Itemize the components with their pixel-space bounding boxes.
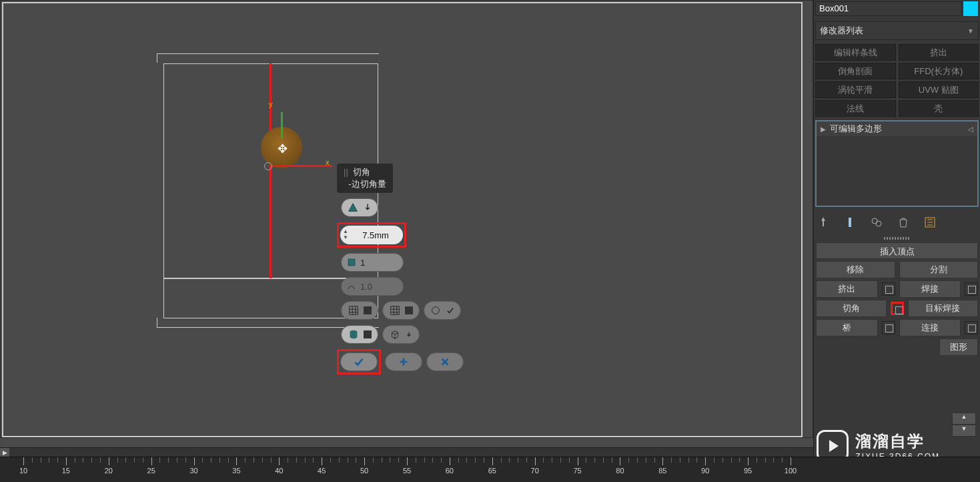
ruler-tick-label: 20 [105, 467, 113, 475]
chamfer-segments-spinner[interactable]: 1 [341, 253, 404, 272]
bridge-settings-button[interactable] [882, 321, 895, 334]
expand-icon[interactable]: ▶ [821, 126, 826, 133]
apply-button[interactable] [385, 352, 422, 371]
down-icon [405, 328, 413, 340]
chamfer-amount-spinner[interactable]: ▲▼ [340, 226, 403, 244]
option-smooth-button[interactable] [424, 301, 461, 320]
mod-btn-shell[interactable]: 壳 [899, 100, 979, 117]
panel-drag-handle[interactable] [884, 237, 911, 240]
modifier-list-label: 修改器列表 [820, 25, 863, 37]
ruler-tick-label: 30 [189, 467, 197, 475]
ruler-tick-label: 95 [744, 467, 752, 475]
timeline-ruler[interactable]: 101520253035404550556065707580859095100 [0, 457, 980, 482]
ruler-tick-label: 60 [446, 467, 454, 475]
amount-highlight: ▲▼ [337, 222, 406, 248]
watermark-zh: 溜溜自学 [855, 431, 940, 452]
caddy-title-line2: -边切角量 [348, 179, 386, 189]
chamfer-type-button[interactable] [341, 198, 378, 217]
segments-icon [347, 256, 356, 268]
spin-down-icon[interactable]: ▼ [952, 425, 976, 437]
trash-icon[interactable] [897, 216, 910, 229]
ruler-tick-label: 45 [318, 467, 326, 475]
modifier-list-dropdown[interactable]: 修改器列表 ▼ [815, 21, 979, 40]
connect-settings-button[interactable] [965, 321, 978, 334]
svg-rect-3 [849, 218, 851, 227]
grid-icon [348, 304, 360, 316]
viewport[interactable]: ✥ y x || 切角 -边切角量 [0, 0, 813, 438]
chamfer-tension-spinner[interactable]: 1.0 [341, 277, 404, 296]
viewport-hscroll[interactable]: ▶ [0, 447, 813, 457]
svg-point-4 [872, 218, 877, 224]
panel-spinner[interactable]: ▲ ▼ [952, 413, 976, 437]
ruler-tick-label: 55 [403, 467, 411, 475]
check-icon [353, 356, 365, 368]
spinner-arrows-icon[interactable]: ▲▼ [343, 228, 355, 242]
ruler-tick-label: 85 [658, 467, 666, 475]
ruler-tick-label: 40 [275, 467, 283, 475]
bridge-button[interactable]: 桥 [816, 319, 878, 336]
extrude-settings-button[interactable] [882, 282, 895, 296]
axis-y-label: y [269, 100, 273, 108]
mod-btn-ffd[interactable]: FFD(长方体) [899, 63, 979, 79]
cancel-button[interactable] [426, 352, 464, 371]
plus-icon [398, 356, 410, 368]
smooth-icon [430, 304, 442, 316]
viewport-inner: ✥ y x || 切角 -边切角量 [2, 2, 803, 437]
object-color-swatch[interactable] [963, 1, 978, 16]
chamfer-settings-button[interactable] [891, 302, 904, 315]
option-open-button[interactable] [341, 301, 378, 320]
svg-point-1 [432, 307, 440, 314]
stack-unique-icon[interactable] [870, 216, 883, 229]
ok-highlight [337, 349, 381, 375]
insert-vertex-button[interactable]: 插入顶点 [816, 242, 978, 259]
option-quad-button[interactable] [341, 325, 378, 344]
cube-icon [389, 328, 401, 340]
down-arrow-icon [363, 202, 372, 214]
tension-icon [347, 280, 356, 292]
tension-value: 1.0 [360, 282, 372, 292]
mod-btn-extrude[interactable]: 挤出 [899, 44, 979, 61]
spin-up-icon[interactable]: ▲ [952, 413, 976, 425]
option-invert-button[interactable] [382, 301, 420, 320]
stack-show-icon[interactable] [843, 216, 857, 229]
stack-item-label: 可编辑多边形 [830, 123, 882, 135]
configure-icon[interactable] [923, 216, 937, 229]
weld-button[interactable]: 焊接 [899, 280, 961, 298]
axis-x-label: x [326, 158, 330, 166]
segments-value: 1 [360, 258, 365, 268]
mod-btn-bevel[interactable]: 倒角剖面 [815, 63, 896, 79]
ruler-tick-label: 80 [616, 467, 624, 475]
ruler-tick-label: 75 [573, 467, 581, 475]
ruler-tick-label: 25 [147, 467, 155, 475]
mod-btn-uvw[interactable]: UVW 贴图 [899, 81, 979, 98]
check-mini-icon [446, 304, 455, 316]
extrude-button[interactable]: 挤出 [816, 280, 878, 298]
mod-btn-turbosmooth[interactable]: 涡轮平滑 [815, 81, 896, 98]
mod-btn-spline[interactable]: 编辑样条线 [815, 44, 896, 61]
split-button[interactable]: 分割 [899, 261, 979, 278]
chevron-down-icon: ▼ [967, 27, 974, 35]
pin-icon[interactable] [817, 216, 830, 229]
stack-item-editpoly[interactable]: ▶ 可编辑多边形 ◁ [817, 122, 977, 136]
modifier-stack[interactable]: ▶ 可编辑多边形 ◁ [815, 120, 979, 207]
option-flow-button[interactable] [382, 325, 420, 344]
object-name-input[interactable]: Box001 [815, 1, 962, 16]
stack-end-icon[interactable]: ◁ [968, 126, 973, 133]
scroll-right-icon[interactable]: ▶ [0, 448, 9, 457]
shape-button[interactable]: 图形 [939, 338, 978, 356]
ok-button[interactable] [340, 352, 378, 371]
caddy-title-line1: 切角 [353, 167, 370, 177]
chamfer-amount-input[interactable] [355, 230, 396, 240]
chamfer-button[interactable]: 切角 [816, 300, 887, 317]
remove-button[interactable]: 移除 [816, 261, 895, 278]
caddy-title[interactable]: || 切角 -边切角量 [337, 164, 393, 193]
connect-button[interactable]: 连接 [899, 319, 961, 336]
ruler-tick-label: 100 [785, 467, 797, 475]
svg-rect-0 [348, 259, 355, 266]
ruler-tick-label: 50 [360, 467, 368, 475]
stack-toolbar [814, 210, 980, 234]
target-weld-button[interactable]: 目标焊接 [908, 300, 979, 317]
move-gizmo[interactable]: ✥ y x [241, 127, 328, 194]
mod-btn-normal[interactable]: 法线 [815, 100, 896, 117]
weld-settings-button[interactable] [965, 282, 978, 296]
